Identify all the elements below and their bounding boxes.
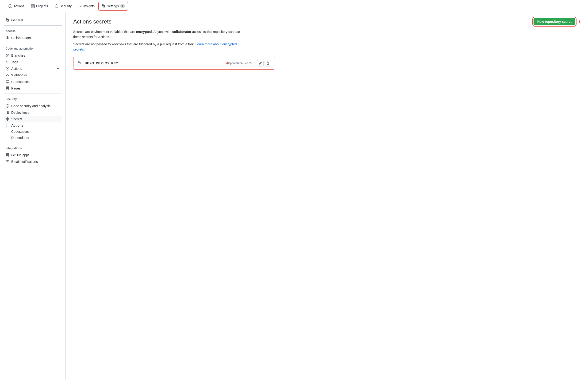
sidebar-collaborators-label: Collaborators [11, 36, 31, 40]
desc-text-2: . Anyone with [152, 30, 172, 34]
delete-secret-button[interactable] [264, 60, 271, 67]
edit-secret-button[interactable] [257, 60, 264, 67]
desc-text-fork: Secrets are not passed to workflows that… [73, 42, 195, 46]
shield-check-icon [6, 104, 9, 108]
secret-updated-date: Updated on Sep 29 [228, 62, 252, 65]
sidebar-pages-label: Pages [11, 86, 21, 90]
sidebar-divider-2 [4, 43, 62, 43]
gear-icon [102, 4, 105, 8]
main-content: Actions secrets New repository secret 3 … [66, 12, 588, 380]
nav-security-label: Security [60, 4, 72, 8]
description-line2: Secrets are not passed to workflows that… [73, 42, 242, 52]
sidebar-item-collaborators[interactable]: Collaborators [4, 35, 62, 41]
sidebar: General Access Collaborators Code and au… [0, 12, 66, 380]
sidebar-webhooks-label: Webhooks [11, 73, 27, 77]
nav-projects-label: Projects [36, 4, 48, 8]
nav-item-security[interactable]: Security [52, 2, 75, 10]
sidebar-deploy-keys-label: Deploy keys [11, 111, 29, 114]
nav-item-actions[interactable]: Actions [6, 2, 27, 10]
git-branch-icon [6, 54, 9, 57]
pages-icon [6, 86, 9, 90]
table-icon [31, 4, 35, 8]
sidebar-branches-label: Branches [11, 54, 25, 57]
key-icon [6, 111, 9, 114]
table-row: HEXO_DEPLOY_KEY 4 Updated on Sep 29 [73, 57, 275, 69]
svg-rect-2 [31, 4, 35, 8]
sidebar-sub-item-dependabot[interactable]: Dependabot [9, 135, 62, 141]
sidebar-item-webhooks[interactable]: Webhooks [4, 72, 62, 78]
asterisk-icon [6, 117, 9, 121]
nav-settings-label: Settings [107, 4, 119, 8]
nav-item-insights[interactable]: Insights [75, 2, 97, 10]
sidebar-item-github-apps[interactable]: GitHub apps [4, 152, 62, 158]
page-layout: General Access Collaborators Code and au… [0, 12, 588, 380]
sidebar-divider-4 [4, 143, 62, 143]
sidebar-divider-1 [4, 25, 62, 26]
webhook-icon [6, 73, 9, 77]
apps-icon [6, 153, 9, 157]
nav-insights-label: Insights [83, 4, 95, 8]
sidebar-section-integrations: Integrations [4, 147, 62, 150]
sidebar-code-security-label: Code security and analysis [11, 104, 51, 108]
svg-rect-8 [6, 80, 9, 82]
tag-icon [6, 60, 9, 64]
graph-icon [78, 4, 82, 8]
sidebar-sub-item-codespaces[interactable]: Codespaces [9, 129, 62, 135]
nav-item-projects[interactable]: Projects [28, 2, 51, 10]
sidebar-section-security: Security [4, 97, 62, 101]
sidebar-item-code-security[interactable]: Code security and analysis [4, 103, 62, 109]
desc-bold-encrypted: encrypted [136, 30, 152, 34]
shield-icon [55, 4, 58, 8]
gear-small-icon [6, 18, 9, 22]
play-circle-small-icon [6, 67, 9, 71]
sidebar-codespaces-label: Codespaces [11, 80, 30, 84]
annotation-3: 3 [579, 20, 581, 23]
sidebar-sub-actions-label: Actions [11, 124, 23, 127]
sidebar-general-label: General [11, 18, 23, 22]
sidebar-section-access: Access [4, 29, 62, 33]
sidebar-sub-dependabot-label: Dependabot [11, 136, 29, 140]
sidebar-sub-item-actions[interactable]: Actions [9, 122, 62, 129]
sidebar-github-apps-label: GitHub apps [11, 153, 30, 157]
chevron-up-icon [56, 117, 60, 121]
lock-icon [77, 61, 82, 66]
sidebar-tags-label: Tags [11, 60, 18, 64]
sidebar-actions-label: Actions [11, 67, 22, 71]
sidebar-secrets-sub-items: Actions Codespaces Dependabot [9, 122, 62, 141]
codespaces-icon [6, 80, 9, 84]
page-title: Actions secrets [73, 18, 111, 25]
sidebar-item-general[interactable]: General [4, 17, 62, 23]
svg-marker-1 [10, 5, 11, 7]
sidebar-item-codespaces[interactable]: Codespaces [4, 78, 62, 85]
desc-bold-collaborator: collaborator [172, 30, 191, 34]
annotation-4: 4 [226, 61, 228, 65]
page-header: Actions secrets New repository secret 3 [73, 18, 581, 25]
desc-text-1: Secrets are environment variables that a… [73, 30, 136, 34]
sidebar-section-code: Code and automation [4, 47, 62, 50]
sidebar-item-email-notifications[interactable]: Email notifications [4, 158, 62, 165]
new-repository-secret-button[interactable]: New repository secret [534, 18, 575, 25]
top-nav: Actions Projects Security Insights [0, 0, 588, 12]
chevron-down-icon [56, 67, 60, 71]
sidebar-item-tags[interactable]: Tags [4, 59, 62, 65]
description-line1: Secrets are environment variables that a… [73, 29, 242, 40]
nav-items: Actions Projects Security Insights [6, 2, 128, 11]
sidebar-item-branches[interactable]: Branches [4, 52, 62, 59]
person-icon [6, 36, 9, 40]
svg-marker-7 [7, 68, 8, 69]
settings-badge: 1 [120, 4, 125, 8]
sidebar-item-actions[interactable]: Actions [4, 65, 62, 72]
sidebar-item-deploy-keys[interactable]: Deploy keys [4, 109, 62, 116]
secret-list: HEXO_DEPLOY_KEY 4 Updated on Sep 29 [73, 57, 275, 70]
sidebar-secrets-label: Secrets [11, 117, 22, 121]
sidebar-item-pages[interactable]: Pages [4, 85, 62, 92]
sidebar-email-notifications-label: Email notifications [11, 160, 38, 164]
sidebar-item-secrets[interactable]: Secrets [4, 116, 62, 122]
secret-name: HEXO_DEPLOY_KEY [85, 61, 225, 65]
sidebar-divider-3 [4, 94, 62, 94]
sidebar-sub-codespaces-label: Codespaces [11, 130, 30, 133]
nav-item-settings[interactable]: Settings 1 [98, 2, 128, 11]
play-circle-icon [8, 4, 12, 8]
nav-actions-label: Actions [14, 4, 24, 8]
mail-icon [6, 160, 9, 164]
